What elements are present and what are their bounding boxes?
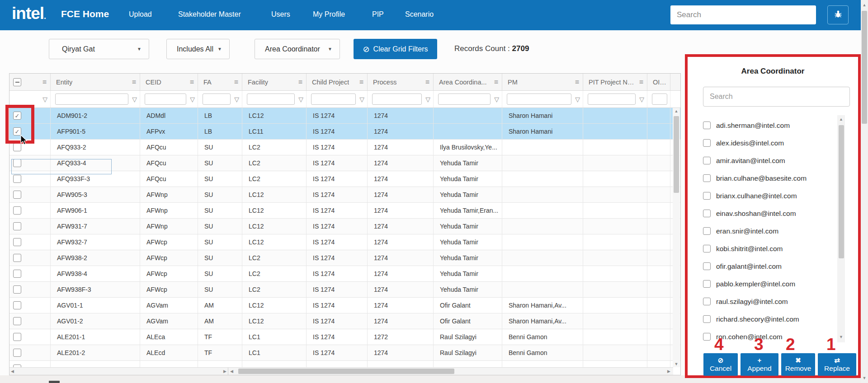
column-menu-icon[interactable]: ≡	[572, 78, 579, 86]
cell-oif_batch[interactable]	[647, 187, 670, 202]
email-list-scroll-thumb[interactable]	[839, 125, 844, 258]
email-list-item[interactable]: amir.avitan@intel.com	[703, 152, 834, 169]
filter-funnel-icon[interactable]: ▽	[356, 96, 364, 103]
row-select-cell[interactable]	[9, 313, 51, 329]
email-list-item[interactable]: richard.shecory@intel.com	[703, 310, 834, 328]
cell-oif_batch[interactable]	[647, 108, 670, 123]
cell-fa[interactable]: SU	[198, 187, 242, 202]
cell-ceid[interactable]: AFWcp	[140, 266, 198, 281]
table-row[interactable]: AFW938-4AFWcpSULC2IS 12741274Yehuda Tami…	[9, 266, 680, 282]
filter-funnel-icon[interactable]: ▽	[295, 96, 303, 103]
cell-ceid[interactable]: ALEca	[140, 329, 198, 345]
cell-facility[interactable]: LC1	[242, 329, 307, 345]
scroll-left-icon[interactable]: ◀	[230, 369, 233, 374]
cell-pm[interactable]: Sharon Hamani	[502, 108, 583, 123]
email-label[interactable]: einav.shoshan@intel.com	[716, 210, 796, 218]
cell-area_coordinator[interactable]: Yehuda Tamir	[434, 171, 502, 187]
column-menu-icon[interactable]: ≡	[423, 78, 429, 86]
cell-pit_project[interactable]	[583, 329, 647, 345]
cell-pit_project[interactable]	[583, 282, 647, 297]
cell-facility[interactable]: LC2	[242, 266, 307, 281]
row-select-cell[interactable]	[9, 140, 51, 155]
column-menu-icon[interactable]: ≡	[129, 78, 136, 86]
email-list-item[interactable]: raul.szilagyi@intel.com	[703, 293, 834, 310]
email-list-item[interactable]: brian.culhane@basesite.com	[703, 169, 834, 187]
cell-process[interactable]: 1274	[368, 203, 434, 218]
cell-pit_project[interactable]	[583, 345, 647, 360]
cell-ceid[interactable]: ADMdl	[140, 108, 198, 123]
cell-entity[interactable]: AFW938F-3	[51, 282, 140, 297]
column-header-process[interactable]: Process≡	[368, 74, 434, 90]
cell-ceid[interactable]: AGVam	[140, 313, 198, 329]
email-checkbox[interactable]	[703, 157, 711, 164]
cell-area_coordinator[interactable]: Yehuda Tamir	[434, 155, 502, 171]
row-checkbox[interactable]	[13, 159, 21, 167]
cell-entity[interactable]: ALE201-1	[51, 329, 140, 345]
email-label[interactable]: brianx.culhane@intel.com	[716, 192, 797, 200]
cell-entity[interactable]: AFW931-7	[51, 219, 140, 234]
email-list-scrollbar[interactable]: ▲ ▼	[837, 115, 845, 342]
bug-report-button[interactable]	[827, 5, 849, 24]
table-row[interactable]: AGV01-2AGVamAMLC12IS 12741274Ofir Galant…	[9, 313, 680, 329]
email-label[interactable]: pablo.kempler@intel.com	[716, 280, 795, 288]
email-list-item[interactable]: einav.shoshan@intel.com	[703, 205, 834, 222]
cell-pm[interactable]: Benni Gamon	[502, 329, 583, 345]
nav-item-upload[interactable]: Upload	[129, 10, 152, 19]
cell-child_project[interactable]: IS 1274	[307, 250, 368, 266]
cell-pit_project[interactable]	[583, 298, 647, 313]
cell-pit_project[interactable]	[583, 124, 647, 139]
email-label[interactable]: alex.idesis@intel.com	[716, 139, 784, 147]
email-checkbox[interactable]	[703, 280, 711, 288]
row-checkbox[interactable]	[13, 238, 21, 246]
cell-child_project[interactable]: IS 1274	[307, 298, 368, 313]
table-row[interactable]: ADM901-2ADMdlLBLC12IS 12741274Sharon Ham…	[9, 108, 680, 124]
column-menu-icon[interactable]: ≡	[187, 78, 194, 86]
cell-oif_batch[interactable]	[647, 250, 670, 266]
column-header-pit_project[interactable]: PIT Project Na...≡	[583, 74, 647, 90]
cell-ceid[interactable]: AFWcp	[140, 282, 198, 297]
cell-child_project[interactable]: IS 1274	[307, 155, 368, 171]
row-checkbox[interactable]	[13, 254, 21, 262]
email-label[interactable]: adi.sherman@intel.com	[716, 121, 790, 130]
cell-area_coordinator[interactable]: Yehuda Tamir	[434, 250, 502, 266]
cell-ceid[interactable]: AFWcp	[140, 234, 198, 250]
cell-ceid[interactable]: AFQcu	[140, 140, 198, 155]
cell-area_coordinator[interactable]	[434, 108, 502, 123]
cell-fa[interactable]: SU	[198, 155, 242, 171]
cell-pit_project[interactable]	[583, 313, 647, 329]
cell-entity[interactable]: AGV01-2	[51, 313, 140, 329]
row-checkbox[interactable]	[13, 301, 21, 309]
scroll-down-icon[interactable]: ▼	[837, 335, 845, 339]
cell-process[interactable]: 1274	[368, 298, 434, 313]
email-label[interactable]: ofir.galant@intel.com	[716, 262, 782, 271]
cell-oif_batch[interactable]	[647, 282, 670, 297]
row-select-cell[interactable]	[9, 266, 51, 281]
cell-child_project[interactable]: IS 1274	[307, 234, 368, 250]
cell-entity[interactable]: AFW938-4	[51, 266, 140, 281]
email-checkbox[interactable]	[703, 315, 711, 323]
cell-child_project[interactable]: IS 1274	[307, 203, 368, 218]
cell-process[interactable]: 1274	[368, 266, 434, 281]
cell-ceid[interactable]: AFQcu	[140, 171, 198, 187]
scroll-right-icon[interactable]: ▶	[223, 369, 226, 374]
row-select-cell[interactable]	[9, 234, 51, 250]
cell-area_coordinator[interactable]: Raul Szilagyi	[434, 345, 502, 360]
column-filter-input-facility[interactable]	[247, 93, 295, 105]
cell-child_project[interactable]: IS 1274	[307, 266, 368, 281]
filter-funnel-icon[interactable]: ▽	[422, 96, 430, 103]
column-select-dropdown[interactable]: Area Coordinator ▼	[255, 39, 340, 59]
cell-facility[interactable]: LC12	[242, 234, 307, 250]
cell-fa[interactable]: SU	[198, 140, 242, 155]
cell-area_coordinator[interactable]: Ofir Galant	[434, 313, 502, 329]
table-row[interactable]: AFW938F-3AFWcpSULC2IS 12741274Yehuda Tam…	[9, 282, 680, 298]
cell-facility[interactable]: LC12	[242, 313, 307, 329]
cell-ceid[interactable]: AFQcu	[140, 155, 198, 171]
cell-oif_batch[interactable]	[647, 313, 670, 329]
cell-pm[interactable]	[502, 219, 583, 234]
cell-entity[interactable]: AFW906-1	[51, 203, 140, 218]
table-row[interactable]: AFQ933-2AFQcuSULC2IS 12741274Ilya Brusil…	[9, 140, 680, 155]
append-button[interactable]: +Append	[741, 353, 778, 376]
table-row[interactable]: AFW906-1AFWnpSULC12IS 12741274Yehuda Tam…	[9, 203, 680, 219]
scroll-down-icon[interactable]: ▼	[861, 376, 868, 380]
cell-process[interactable]: 1274	[368, 140, 434, 155]
